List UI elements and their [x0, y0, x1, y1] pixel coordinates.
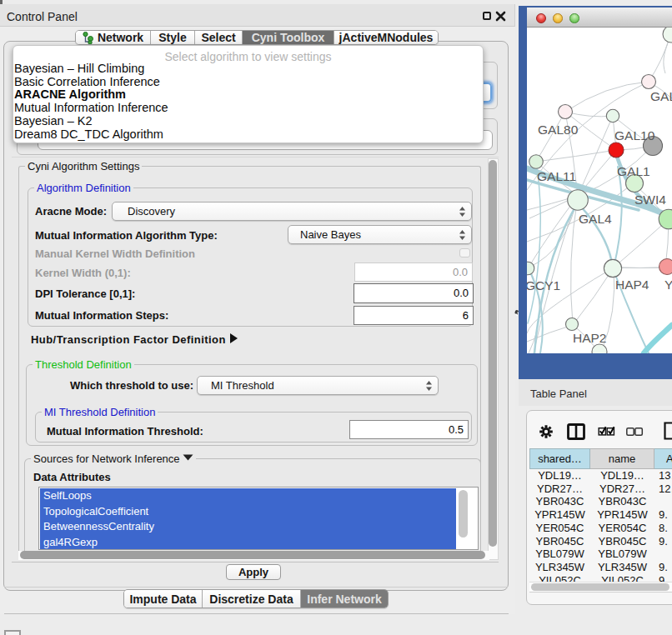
- svg-text:HAP4: HAP4: [615, 278, 649, 292]
- svg-text:GAL11: GAL11: [537, 169, 576, 183]
- svg-text:SWI4: SWI4: [634, 192, 666, 207]
- svg-text:YJ: YJ: [664, 278, 672, 292]
- svg-text:GAL10: GAL10: [614, 128, 655, 142]
- svg-text:GAL1: GAL1: [617, 164, 650, 178]
- svg-text:GAL80: GAL80: [538, 122, 579, 137]
- svg-text:GAL7: GAL7: [650, 89, 672, 103]
- svg-text:GCY1: GCY1: [527, 278, 560, 292]
- svg-text:GAL4: GAL4: [579, 212, 612, 226]
- svg-text:HAP2: HAP2: [573, 331, 607, 345]
